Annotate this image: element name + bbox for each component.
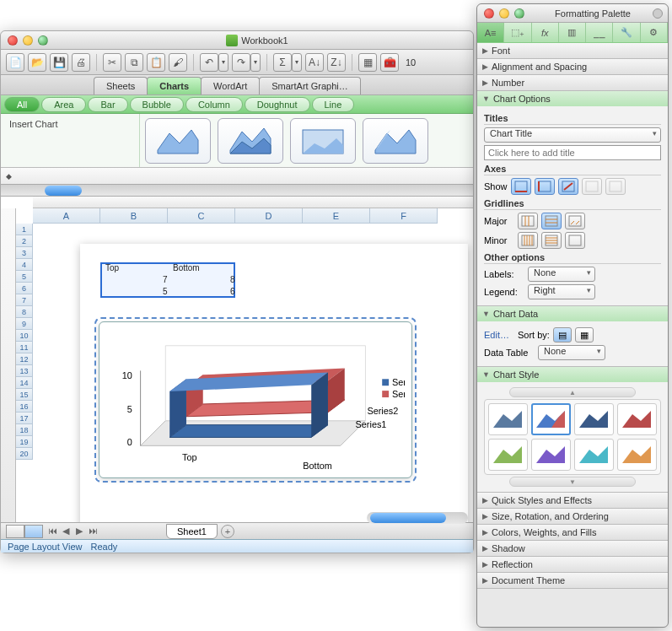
- category-doughnut[interactable]: Doughnut: [245, 97, 310, 112]
- close-icon[interactable]: [8, 35, 18, 46]
- category-area[interactable]: Area: [41, 97, 86, 112]
- style-swatch-3[interactable]: [574, 403, 614, 435]
- section-chart-style[interactable]: ▼Chart Style: [477, 367, 668, 382]
- save-button[interactable]: 💾: [50, 53, 68, 72]
- labels-select[interactable]: None: [528, 267, 595, 282]
- cell-c1[interactable]: Bottom: [169, 262, 203, 273]
- col-header-f[interactable]: F: [370, 208, 438, 224]
- major-hgrid-button[interactable]: [541, 213, 562, 229]
- horizontal-scrollbar[interactable]: [367, 512, 468, 524]
- category-bubble[interactable]: Bubble: [130, 97, 184, 112]
- autosum-button[interactable]: Σ: [273, 53, 292, 72]
- style-scroll-up[interactable]: ▲: [509, 387, 636, 397]
- palette-minimize-icon[interactable]: [499, 8, 509, 19]
- tab-wordart[interactable]: WordArt: [201, 77, 260, 94]
- tab-sheets[interactable]: Sheets: [94, 77, 148, 94]
- style-swatch-8[interactable]: [617, 439, 657, 471]
- edit-data-link[interactable]: Edit…: [484, 330, 509, 340]
- sort-asc-button[interactable]: A↓: [305, 53, 324, 72]
- print-button[interactable]: 🖨: [72, 53, 90, 72]
- zoom-field[interactable]: 10: [406, 57, 416, 67]
- first-sheet-button[interactable]: ⏮: [46, 526, 58, 537]
- row-header-15[interactable]: 15: [16, 389, 33, 401]
- style-swatch-5[interactable]: [488, 439, 528, 471]
- cell-b3[interactable]: 5: [159, 286, 171, 297]
- datatable-select[interactable]: None: [538, 345, 605, 360]
- normal-view-button[interactable]: [6, 525, 24, 538]
- chart-type-area[interactable]: [145, 118, 211, 164]
- chart-object[interactable]: 0 5 10 Series1: [99, 321, 412, 478]
- redo-dropdown[interactable]: ▾: [250, 53, 261, 72]
- sortby-cols-button[interactable]: ▦: [575, 327, 594, 342]
- minor-vgrid-button[interactable]: [518, 232, 538, 249]
- tab-smartart[interactable]: SmartArt Graphi…: [259, 77, 360, 94]
- row-header-5[interactable]: 5: [16, 271, 33, 283]
- section-number[interactable]: ▶Number: [477, 75, 668, 90]
- tab-charts[interactable]: Charts: [147, 77, 202, 94]
- axis-y-button[interactable]: [535, 178, 555, 195]
- row-header-3[interactable]: 3: [16, 247, 33, 259]
- cell-c3[interactable]: 6: [227, 286, 239, 297]
- legend-select[interactable]: Right: [528, 284, 595, 299]
- section-font[interactable]: ▶Font: [477, 43, 668, 58]
- axis-z-button[interactable]: [558, 178, 578, 195]
- axis-x2-button[interactable]: [582, 178, 602, 195]
- row-header-10[interactable]: 10: [16, 330, 33, 342]
- add-sheet-button[interactable]: +: [221, 525, 234, 538]
- spreadsheet-grid[interactable]: Top Bottom 7 8 5 6 0 5: [33, 224, 473, 531]
- section-chart-data[interactable]: ▼Chart Data: [477, 306, 668, 321]
- cell-c2[interactable]: 8: [227, 274, 239, 285]
- style-swatch-1[interactable]: [488, 403, 528, 435]
- autosum-dropdown[interactable]: ▾: [292, 53, 302, 72]
- open-button[interactable]: 📂: [28, 53, 46, 72]
- row-header-1[interactable]: 1: [16, 224, 33, 235]
- next-sheet-button[interactable]: ▶: [73, 526, 85, 537]
- page-layout-view-button[interactable]: [24, 525, 43, 538]
- style-swatch-2[interactable]: [531, 403, 571, 435]
- axis-y2-button[interactable]: [605, 178, 626, 195]
- palette-toggle-icon[interactable]: [653, 8, 663, 19]
- axis-x-button[interactable]: [511, 178, 531, 195]
- cell-b2[interactable]: 7: [159, 274, 171, 285]
- row-header-18[interactable]: 18: [16, 424, 33, 436]
- minor-depthgrid-button[interactable]: [565, 232, 585, 249]
- gallery-button[interactable]: ▦: [358, 53, 377, 72]
- chart-title-input[interactable]: [484, 145, 661, 160]
- section-shadow[interactable]: ▶Shadow: [477, 541, 668, 556]
- title-bar[interactable]: Workbook1: [1, 31, 473, 50]
- category-bar[interactable]: Bar: [88, 97, 127, 112]
- section-document-theme[interactable]: ▶Document Theme: [477, 573, 668, 588]
- cell-b1[interactable]: Top: [102, 262, 122, 273]
- palette-close-icon[interactable]: [484, 8, 494, 19]
- view-switcher[interactable]: [6, 525, 43, 538]
- palette-tab-review[interactable]: ⎯⎯: [586, 23, 613, 42]
- style-swatch-4[interactable]: [617, 403, 657, 435]
- category-all[interactable]: All: [4, 97, 40, 112]
- style-swatch-7[interactable]: [574, 439, 614, 471]
- category-line[interactable]: Line: [312, 97, 355, 112]
- zoom-icon[interactable]: [38, 35, 48, 46]
- palette-tab-formula[interactable]: fx: [532, 23, 559, 42]
- col-header-d[interactable]: D: [235, 208, 303, 224]
- row-header-11[interactable]: 11: [16, 342, 33, 353]
- col-header-b[interactable]: B: [100, 208, 168, 224]
- sheet-nav[interactable]: ⏮ ◀ ▶ ⏭: [46, 526, 99, 537]
- toolbox-button[interactable]: 🧰: [380, 53, 399, 72]
- section-alignment[interactable]: ▶Alignment and Spacing: [477, 59, 668, 74]
- row-header-7[interactable]: 7: [16, 294, 33, 306]
- formula-bar[interactable]: ◆: [1, 168, 473, 185]
- undo-dropdown[interactable]: ▾: [218, 53, 228, 72]
- category-column[interactable]: Column: [185, 97, 243, 112]
- prev-sheet-button[interactable]: ◀: [60, 526, 72, 537]
- palette-tab-formatting[interactable]: A≡: [477, 23, 504, 42]
- row-header-13[interactable]: 13: [16, 365, 33, 377]
- row-header-17[interactable]: 17: [16, 413, 33, 424]
- redo-button[interactable]: ↷: [232, 53, 250, 72]
- format-painter-button[interactable]: 🖌: [169, 53, 187, 72]
- row-header-19[interactable]: 19: [16, 436, 33, 448]
- last-sheet-button[interactable]: ⏭: [87, 526, 99, 537]
- chart-title-select[interactable]: Chart Title: [484, 127, 661, 143]
- palette-tab-data[interactable]: ▥: [559, 23, 586, 42]
- palette-title-bar[interactable]: Formatting Palette: [477, 4, 668, 23]
- row-header-20[interactable]: 20: [16, 448, 33, 460]
